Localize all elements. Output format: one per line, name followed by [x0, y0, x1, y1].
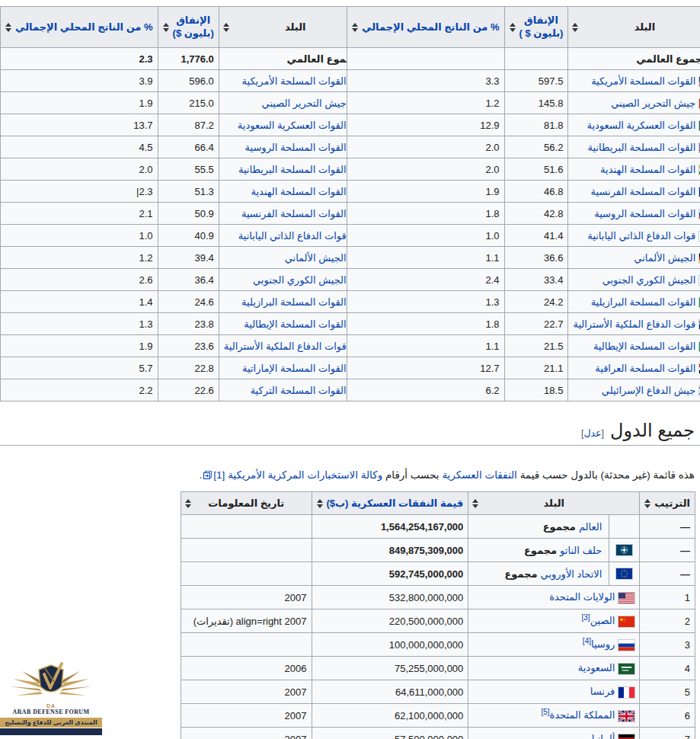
country-link[interactable]: الجيش الألماني — [634, 252, 695, 264]
country-link[interactable]: القوات المسلحة الأمريكية — [242, 75, 347, 87]
country-link[interactable]: القوات المسلحة البرازيلية — [591, 296, 696, 308]
country-link[interactable]: القوات المسلحة الروسية — [594, 208, 695, 219]
country-link[interactable]: القوات المسلحة البرازيلية — [241, 296, 347, 308]
country-link[interactable]: العالم — [579, 521, 602, 533]
date-cell: 2006 — [181, 657, 312, 680]
sort-arrows-icon[interactable] — [510, 23, 516, 32]
country-link[interactable]: روسيا — [591, 638, 615, 650]
country-link[interactable]: السعودية — [578, 662, 615, 673]
header-country[interactable]: البلد — [468, 492, 640, 515]
gdp-cell: 2.0 — [1, 158, 158, 181]
header-spending[interactable]: الإنفاق(بليون $) — [158, 7, 219, 48]
sort-arrows-icon[interactable] — [472, 499, 478, 508]
country-link[interactable]: قوات الدفاع الملكية الأسترالية — [573, 318, 695, 330]
country-cell: القوات المسلحة البريطانية — [568, 136, 700, 158]
expenditure-cell: 592,745,000,000 — [312, 562, 468, 586]
reference-link[interactable]: [3] — [582, 613, 590, 622]
expenditure-cell: 64,611,000,000 — [312, 680, 468, 704]
country-link[interactable]: جيش الدفاع الإسرائيلي — [602, 385, 695, 396]
gb-flag-icon — [618, 711, 634, 721]
table-row: 5فرنسا64,611,000,0002007 — [181, 680, 695, 704]
header-expenditure-value-label[interactable]: قيمة النفقات العسكرية (ب$) — [327, 497, 464, 509]
spending-cell: 33.4 — [504, 269, 568, 291]
header-info-date[interactable]: تاريخ المعلومات — [181, 492, 312, 515]
country-link[interactable]: القوات المسلحة التركية — [251, 385, 347, 396]
dated-info-icon[interactable] — [203, 469, 212, 484]
header-spending-label[interactable]: الإنفاق(بليون $) — [173, 14, 214, 40]
table-row: 13القوات المسلحة الإيطالية21.51.1 — [347, 335, 700, 357]
spending-cell: 51.3 — [158, 181, 219, 203]
rank-cell: 7 — [640, 728, 695, 739]
country-link[interactable]: قوات الدفاع الذاتي اليابانية — [587, 230, 695, 242]
header-spending[interactable]: الإنفاق(بليون $ ) — [504, 7, 568, 48]
country-link[interactable]: القوات المسلحة الأمريكية — [591, 75, 695, 87]
gdp-cell: 1.0 — [1, 225, 158, 247]
sort-arrows-icon[interactable] — [223, 23, 229, 32]
reference-link[interactable]: [4] — [583, 637, 591, 645]
date-cell: 2007 — [181, 704, 312, 728]
rank-cell: 5 — [640, 680, 695, 704]
header-gdp-percent[interactable]: % من الناتج المحلي الإجمالي — [347, 7, 505, 48]
gdp-cell: 3.9 — [1, 70, 158, 92]
country-link[interactable]: القوات المسلحة العراقية — [595, 363, 695, 374]
country-link[interactable]: الصين — [590, 615, 615, 626]
country-link[interactable]: القوات المسلحة الفرنسية — [241, 208, 347, 219]
country-link[interactable]: قوات الدفاع الذاتي اليابانية — [238, 230, 347, 242]
sort-arrows-icon[interactable] — [163, 23, 169, 32]
country-link[interactable]: القوات العسكرية السعودية — [587, 120, 695, 131]
reference-1-link[interactable]: [1] — [213, 469, 225, 481]
country-link[interactable]: القوات المسلحة الإماراتية — [242, 363, 347, 374]
country-link[interactable]: القوات العسكرية السعودية — [238, 120, 347, 131]
header-gdp-percent-label[interactable]: % من الناتج المحلي الإجمالي — [15, 21, 153, 33]
sort-arrows-icon[interactable] — [572, 23, 578, 32]
country-link[interactable]: القوات المسلحة الإيطالية — [593, 341, 695, 352]
country-link[interactable]: القوات المسلحة البريطانية — [238, 164, 347, 175]
rank-cell: 4 — [640, 657, 695, 680]
sort-arrows-icon[interactable] — [5, 23, 11, 32]
sort-arrows-icon[interactable] — [352, 23, 358, 32]
gdp-cell: 6.2 — [347, 379, 505, 401]
reference-link[interactable]: [5] — [541, 708, 549, 716]
header-country[interactable]: البلد — [568, 7, 700, 48]
sort-arrows-icon[interactable] — [185, 499, 191, 508]
sa-flag-icon — [618, 664, 634, 674]
header-spending-label[interactable]: الإنفاق(بليون $ ) — [519, 14, 564, 40]
country-link[interactable]: القوات المسلحة الهندية — [600, 164, 695, 175]
military-expenditure-link[interactable]: النفقات العسكرية — [442, 469, 517, 481]
country-link[interactable]: القوات المسلحة البريطانية — [588, 142, 696, 153]
country-link[interactable]: الجيش الكوري الجنوبي — [253, 274, 347, 286]
country-link[interactable]: المملكة المتحدة — [550, 709, 615, 721]
country-link[interactable]: القوات المسلحة الفرنسية — [591, 186, 696, 197]
header-rank[interactable]: الترتيب — [640, 492, 695, 515]
country-link[interactable]: فرنسا — [590, 686, 615, 697]
header-gdp-percent[interactable]: % من الناتج المحلي الإجمالي — [1, 7, 158, 48]
gdp-cell: 2.3 — [1, 48, 158, 70]
country-link[interactable]: القوات المسلحة الهندية — [251, 186, 346, 197]
expenditure-cell: 75,255,000,000 — [312, 657, 468, 680]
country-link[interactable]: حلف الناتو — [560, 545, 602, 556]
cia-link[interactable]: وكالة الاستخبارات المركزية الأمريكية — [228, 469, 382, 481]
sort-arrows-icon[interactable] — [644, 499, 650, 508]
table-row: 1القوات المسلحة الأمريكية597.53.3 — [347, 70, 700, 92]
gdp-cell: 2.0 — [347, 136, 505, 158]
sort-arrows-icon[interactable] — [317, 499, 323, 508]
header-row: مرتبةالبلدالإنفاق(بليون $ )% من الناتج ا… — [347, 7, 700, 48]
country-link[interactable]: القوات المسلحة الروسية — [245, 142, 347, 153]
gdp-cell: 3.3 — [347, 70, 505, 92]
country-link[interactable]: الجيش الألماني — [285, 252, 347, 264]
country-link[interactable]: القوات المسلحة الإيطالية — [244, 318, 346, 330]
rank-cell: — — [640, 539, 695, 562]
gdp-cell: 1.8 — [347, 203, 505, 225]
country-link[interactable]: قوات الدفاع الملكية الأسترالية — [224, 341, 347, 352]
country-link[interactable]: الولايات المتحدة — [549, 591, 615, 603]
country-link[interactable]: الجيش الكوري الجنوبي — [603, 274, 696, 286]
country-link[interactable]: جيش التحرير الصيني — [611, 98, 695, 109]
country-link[interactable]: ألمانيا — [592, 733, 615, 739]
edit-section-link[interactable]: عدل — [583, 428, 601, 439]
gdp-cell: 2.6 — [1, 269, 158, 291]
header-expenditure-value[interactable]: قيمة النفقات العسكرية (ب$) — [312, 492, 468, 515]
expenditure-cell: 100,000,000,000 — [312, 633, 468, 657]
country-link[interactable]: جيش التحرير الصيني — [262, 98, 347, 109]
header-gdp-percent-label[interactable]: % من الناتج المحلي الإجمالي — [362, 21, 500, 33]
country-link[interactable]: الاتحاد الأوروبي — [541, 568, 603, 580]
